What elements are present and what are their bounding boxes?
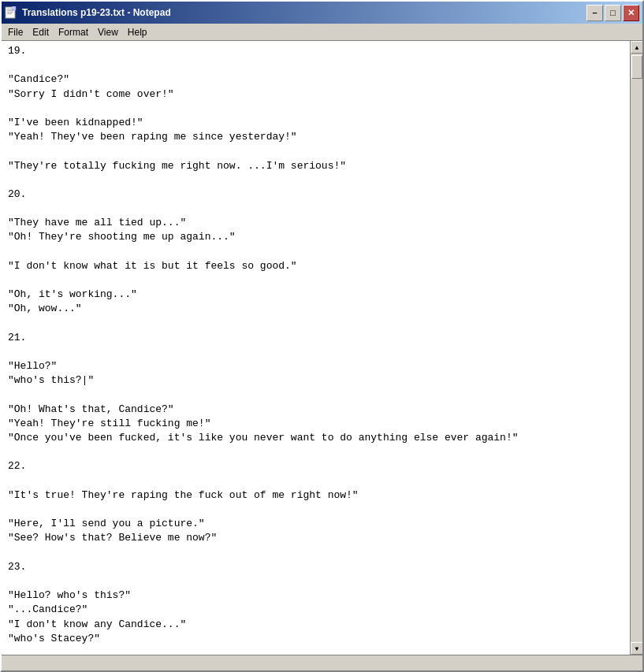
menu-format[interactable]: Format [54, 25, 93, 39]
status-bar [2, 655, 642, 670]
menu-view[interactable]: View [93, 25, 123, 39]
text-editor[interactable]: 19. "Candice?" "Sorry I didn't come over… [2, 41, 630, 655]
minimize-button[interactable]: – [586, 5, 603, 21]
maximize-button[interactable]: □ [605, 5, 621, 21]
scroll-down-button[interactable]: ▼ [631, 642, 642, 655]
title-bar: Translations p19-23.txt - Notepad – □ ✕ [2, 2, 642, 24]
menu-help[interactable]: Help [123, 25, 152, 39]
menu-edit[interactable]: Edit [28, 25, 54, 39]
close-button[interactable]: ✕ [623, 5, 639, 21]
scroll-up-button[interactable]: ▲ [631, 41, 642, 54]
scroll-thumb[interactable] [631, 55, 642, 79]
svg-rect-4 [7, 13, 12, 14]
scrollbar: ▲ ▼ [630, 41, 642, 655]
svg-rect-3 [7, 12, 13, 13]
menu-file[interactable]: File [3, 25, 28, 39]
title-bar-left: Translations p19-23.txt - Notepad [5, 6, 171, 19]
notepad-app-icon [5, 6, 17, 19]
window-title: Translations p19-23.txt - Notepad [22, 7, 171, 18]
content-area: 19. "Candice?" "Sorry I didn't come over… [2, 41, 642, 655]
title-bar-buttons: – □ ✕ [586, 5, 639, 21]
main-window: Translations p19-23.txt - Notepad – □ ✕ … [0, 0, 644, 672]
scroll-track[interactable] [631, 54, 642, 642]
svg-rect-5 [12, 6, 16, 10]
menu-bar: File Edit Format View Help [2, 24, 642, 41]
